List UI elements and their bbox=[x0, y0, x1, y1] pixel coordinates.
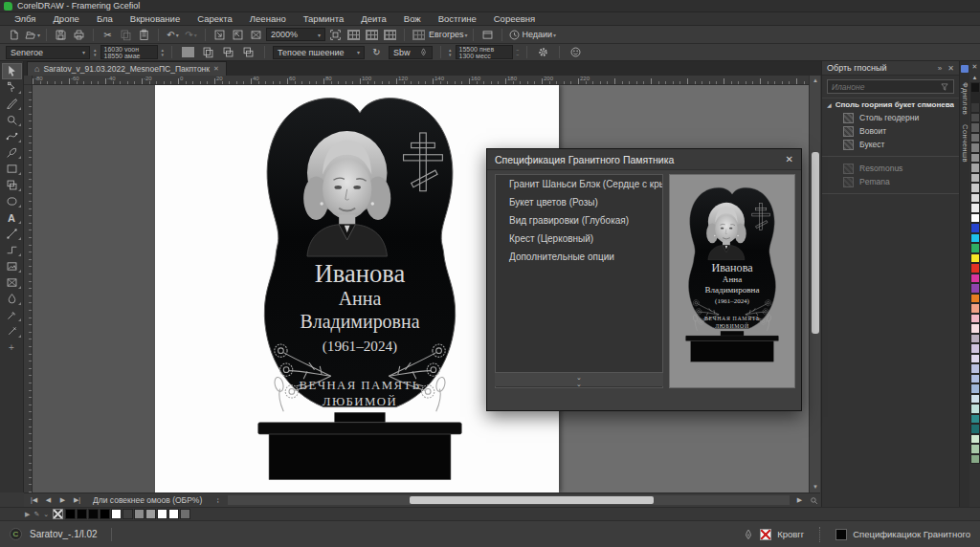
rectangle-tool[interactable] bbox=[2, 161, 22, 177]
zoom-corner-icon[interactable] bbox=[808, 495, 820, 506]
palette-flyout-icon[interactable]: ▶ bbox=[25, 511, 30, 518]
units-combo[interactable]: Тепоее пшеение▾ bbox=[273, 46, 365, 59]
docker-object-row[interactable]: Столь геодерни bbox=[822, 111, 959, 124]
show-grid-button[interactable] bbox=[364, 28, 380, 42]
zoom-tool[interactable] bbox=[2, 112, 22, 128]
menu-item[interactable]: Вкрнование bbox=[122, 13, 189, 24]
docker-tab-label-1[interactable]: Фднплев bbox=[961, 82, 969, 115]
document-color-swatch[interactable] bbox=[180, 509, 190, 519]
document-color-swatch[interactable] bbox=[100, 509, 110, 519]
palette-swatch[interactable] bbox=[970, 383, 980, 394]
docker-tab-label-2[interactable]: Сонченшв bbox=[961, 124, 969, 163]
open-button[interactable]: ▾ bbox=[24, 28, 40, 42]
undo-button[interactable]: ↶▾ bbox=[165, 28, 181, 42]
list-scroll-down-icon[interactable]: ⌄⌄ bbox=[495, 372, 663, 386]
palette-swatch[interactable] bbox=[970, 142, 980, 153]
horizontal-scrollbar[interactable] bbox=[228, 495, 790, 505]
options-window-button[interactable] bbox=[479, 28, 496, 42]
placeholder-frame-tool[interactable] bbox=[2, 274, 22, 291]
full-screen-preview-button[interactable] bbox=[327, 28, 344, 42]
palette-swatch[interactable] bbox=[970, 323, 980, 334]
shape-tool[interactable] bbox=[2, 79, 22, 96]
palette-options-icon[interactable]: ⌄ bbox=[43, 511, 49, 518]
vertical-scrollbar[interactable]: ▲ ▼ bbox=[809, 76, 820, 492]
landscape-button[interactable] bbox=[240, 45, 256, 59]
eyedropper-tool[interactable] bbox=[2, 307, 22, 323]
document-color-swatch[interactable] bbox=[65, 509, 76, 519]
palette-swatch[interactable] bbox=[970, 363, 980, 374]
palette-swatch[interactable] bbox=[970, 102, 980, 113]
palette-swatch[interactable] bbox=[970, 334, 980, 344]
save-button[interactable] bbox=[53, 28, 69, 42]
position-spinner[interactable]: ▴▾ bbox=[94, 48, 97, 57]
menu-item[interactable]: Тарминта bbox=[295, 13, 353, 24]
monument-artwork[interactable] bbox=[251, 97, 469, 489]
fill-color-swatch[interactable] bbox=[835, 529, 847, 540]
copy-size-button[interactable] bbox=[200, 45, 216, 59]
rotate-icon[interactable]: ↻ bbox=[368, 45, 385, 59]
palette-swatch[interactable] bbox=[970, 424, 980, 434]
document-tab[interactable]: ⌂ Saratov_v_91.03.2022_MesnoeПС_Пакптонк… bbox=[27, 61, 227, 76]
palette-swatch[interactable] bbox=[970, 122, 980, 133]
print-button[interactable] bbox=[71, 28, 87, 42]
show-rulers-button[interactable] bbox=[345, 28, 362, 42]
ellipse-tool[interactable] bbox=[2, 193, 22, 209]
specification-list-item[interactable]: Дополнительные опции bbox=[496, 248, 662, 266]
palette-close-icon[interactable]: ✕ bbox=[972, 61, 978, 73]
export-button[interactable] bbox=[230, 28, 246, 42]
add-page-icon[interactable]: ⁞ bbox=[212, 495, 224, 506]
palette-swatch[interactable] bbox=[970, 253, 980, 264]
palette-swatch[interactable] bbox=[970, 354, 980, 364]
feedback-button[interactable] bbox=[568, 45, 584, 59]
palette-swatch[interactable] bbox=[970, 93, 980, 103]
prev-page-icon[interactable]: ◀ bbox=[42, 495, 55, 506]
palette-swatch[interactable] bbox=[970, 294, 980, 304]
specification-list-item[interactable]: Крест (Церковный) bbox=[496, 230, 662, 248]
menu-item[interactable]: Востгине bbox=[430, 13, 485, 24]
artistic-media-tool[interactable] bbox=[2, 144, 22, 161]
dialog-title-bar[interactable]: Спецификация Гранитного Памятника ✕ bbox=[487, 149, 801, 170]
document-color-swatch[interactable] bbox=[134, 509, 145, 519]
document-color-swatch[interactable] bbox=[77, 509, 87, 519]
palette-swatch[interactable] bbox=[970, 283, 980, 294]
text-tool[interactable]: A bbox=[2, 209, 22, 226]
palette-swatch[interactable] bbox=[970, 173, 980, 184]
outline-tool[interactable] bbox=[2, 323, 22, 339]
palette-swatch[interactable] bbox=[970, 233, 980, 244]
polygon-tool[interactable] bbox=[2, 177, 22, 193]
snapping-dropdown[interactable]: Евгоrpes▾ bbox=[429, 28, 467, 42]
menu-item[interactable]: Сореевня bbox=[485, 13, 544, 24]
palette-swatch[interactable] bbox=[970, 153, 980, 164]
show-guidelines-button[interactable] bbox=[382, 28, 398, 42]
tab-close-icon[interactable]: ✕ bbox=[213, 65, 219, 73]
cut-button[interactable]: ✂ bbox=[100, 28, 116, 42]
fill-tool[interactable] bbox=[2, 291, 22, 307]
menu-item[interactable]: Вож bbox=[395, 13, 430, 24]
palette-swatch[interactable] bbox=[970, 163, 980, 173]
pan-icon[interactable]: ▶ bbox=[793, 495, 806, 506]
palette-swatch[interactable] bbox=[970, 243, 980, 253]
filter-funnel-icon[interactable] bbox=[940, 82, 949, 92]
document-color-swatch[interactable] bbox=[145, 509, 156, 519]
palette-scroll-up-icon[interactable]: ▲ bbox=[972, 73, 978, 82]
palette-swatch[interactable] bbox=[970, 213, 980, 224]
menu-item[interactable]: Саректа bbox=[189, 13, 241, 24]
redo-button[interactable]: ↷▾ bbox=[183, 28, 199, 42]
docker-disabled-row[interactable]: Resomonus bbox=[822, 162, 959, 175]
no-color-swatch[interactable] bbox=[53, 509, 63, 519]
palette-swatch[interactable] bbox=[970, 404, 980, 414]
next-page-icon[interactable]: ▶ bbox=[56, 495, 69, 506]
menu-item[interactable]: Бла bbox=[88, 13, 122, 24]
add-tools-button[interactable]: + bbox=[2, 339, 22, 356]
object-position-field[interactable]: 16030 voон 18550 амае bbox=[100, 45, 158, 59]
line-tool[interactable] bbox=[2, 226, 22, 242]
page-tab[interactable]: Дли совекнее омоов (ОБР%) bbox=[85, 495, 210, 505]
preset-combo[interactable]: Seneroe▾ bbox=[6, 46, 90, 59]
curve-tool[interactable] bbox=[2, 128, 22, 144]
docker-object-row[interactable]: Вовоит bbox=[822, 124, 959, 138]
palette-swatch[interactable] bbox=[970, 263, 980, 274]
document-color-swatch[interactable] bbox=[157, 509, 167, 519]
expand-triangle-icon[interactable]: ◢ bbox=[827, 101, 832, 108]
size-spinner[interactable]: ▴▾ bbox=[449, 48, 452, 57]
palette-swatch[interactable] bbox=[970, 394, 980, 405]
